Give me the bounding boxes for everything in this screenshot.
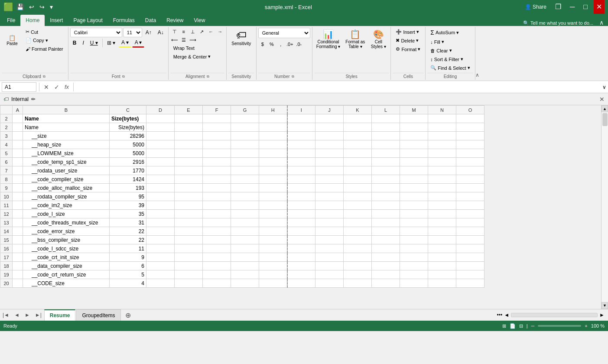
col-header-d[interactable]: D	[146, 106, 175, 114]
font-size-select[interactable]: 11	[123, 28, 142, 37]
zoom-slider[interactable]	[538, 325, 581, 327]
cell-h20[interactable]	[259, 279, 287, 288]
cell-e7[interactable]	[175, 166, 203, 175]
scroll-down-button[interactable]: ▼	[601, 302, 608, 309]
cell-h19[interactable]	[259, 270, 287, 279]
confirm-formula-button[interactable]: ✓	[52, 84, 61, 91]
font-shrink-button[interactable]: A↓	[155, 28, 166, 37]
cell-b2[interactable]: Name	[23, 114, 110, 123]
cell-b5[interactable]: __LOWMEM_size	[23, 149, 110, 158]
cell-e15[interactable]	[175, 236, 203, 244]
share-button[interactable]: 👤 Share	[522, 0, 549, 14]
cell-n12[interactable]	[428, 210, 456, 218]
cell-d18[interactable]	[146, 262, 175, 270]
cell-l12[interactable]	[372, 210, 400, 218]
cell-m17[interactable]	[400, 253, 428, 262]
cell-k7[interactable]	[344, 166, 372, 175]
cell-f15[interactable]	[203, 236, 231, 244]
cell-n16[interactable]	[428, 244, 456, 253]
align-left-button[interactable]: ⟵	[170, 36, 179, 44]
cell-i20[interactable]	[287, 279, 315, 288]
cell-g6[interactable]	[231, 158, 259, 166]
cell-h11[interactable]	[259, 201, 287, 210]
zoom-in-button[interactable]: +	[585, 323, 587, 328]
cell-c18[interactable]: 6	[110, 262, 146, 270]
cell-e2[interactable]	[175, 123, 203, 132]
page-break-view-icon[interactable]: ⊟	[519, 323, 523, 329]
row-header-19[interactable]: 19	[0, 270, 13, 279]
cell-i11[interactable]	[287, 201, 315, 210]
cell-o10[interactable]	[456, 192, 484, 201]
cell-g16[interactable]	[231, 244, 259, 253]
cell-c19[interactable]: 5	[110, 270, 146, 279]
cell-c9[interactable]: 193	[110, 184, 146, 192]
cell-f11[interactable]	[203, 201, 231, 210]
cell-h5[interactable]	[259, 149, 287, 158]
format-button[interactable]: ⚙ Format ▾	[393, 45, 423, 53]
scroll-thumb[interactable]	[602, 113, 608, 126]
cell-g18[interactable]	[231, 262, 259, 270]
cell-l9[interactable]	[372, 184, 400, 192]
cell-b11[interactable]: __code_im2_size	[23, 201, 110, 210]
cell-i13[interactable]	[287, 218, 315, 227]
cell-c14[interactable]: 22	[110, 227, 146, 236]
cell-f6[interactable]	[203, 158, 231, 166]
cell-g2[interactable]	[231, 114, 259, 123]
cell-c12[interactable]: 35	[110, 210, 146, 218]
cell-n15[interactable]	[428, 236, 456, 244]
row-header-9[interactable]: 9	[0, 184, 13, 192]
cell-a7[interactable]	[13, 166, 23, 175]
cell-c2[interactable]: Size(bytes)	[110, 114, 146, 123]
cell-o3[interactable]	[456, 132, 484, 140]
paste-button[interactable]: 📋 Paste	[2, 28, 23, 53]
cell-a14[interactable]	[13, 227, 23, 236]
cell-h14[interactable]	[259, 227, 287, 236]
cell-h6[interactable]	[259, 158, 287, 166]
tell-me-button[interactable]: 🔍 Tell me what you want to do...	[520, 20, 597, 26]
cell-j8[interactable]	[315, 175, 344, 184]
ribbon-expand-icon[interactable]: ∧	[597, 19, 606, 26]
cell-o13[interactable]	[456, 218, 484, 227]
cell-g19[interactable]	[231, 270, 259, 279]
cell-g3[interactable]	[231, 132, 259, 140]
cell-g17[interactable]	[231, 253, 259, 262]
cell-n11[interactable]	[428, 201, 456, 210]
copy-button[interactable]: 📄 Copy ▾	[23, 36, 66, 45]
cell-d6[interactable]	[146, 158, 175, 166]
cell-a6[interactable]	[13, 158, 23, 166]
cell-g9[interactable]	[231, 184, 259, 192]
cell-o14[interactable]	[456, 227, 484, 236]
cell-b13[interactable]: __code_threads_mutex_size	[23, 218, 110, 227]
cell-d17[interactable]	[146, 253, 175, 262]
cell-e18[interactable]	[175, 262, 203, 270]
cell-o8[interactable]	[456, 175, 484, 184]
cell-h7[interactable]	[259, 166, 287, 175]
wrap-text-button[interactable]: Wrap Text	[170, 44, 198, 52]
underline-button[interactable]: U ▾	[88, 38, 101, 48]
cell-d2[interactable]	[146, 123, 175, 132]
row-header-8[interactable]: 8	[0, 175, 13, 184]
cell-o18[interactable]	[456, 262, 484, 270]
cell-i9[interactable]	[287, 184, 315, 192]
row-header-11[interactable]: 11	[0, 201, 13, 210]
row-header-16[interactable]: 16	[0, 244, 13, 253]
cell-b10[interactable]: __rodata_compiler_size	[23, 192, 110, 201]
cell-o5[interactable]	[456, 149, 484, 158]
page-layout-view-icon[interactable]: 📄	[510, 323, 516, 329]
cell-b17[interactable]: __code_crt_init_size	[23, 253, 110, 262]
indent-dec-button[interactable]: ←	[207, 28, 215, 36]
cell-l7[interactable]	[372, 166, 400, 175]
h-scroll-right[interactable]: ►	[599, 312, 605, 318]
cell-c8[interactable]: 1424	[110, 175, 146, 184]
cell-j14[interactable]	[315, 227, 344, 236]
cell-m12[interactable]	[400, 210, 428, 218]
col-header-l[interactable]: L	[372, 106, 400, 114]
cell-g4[interactable]	[231, 140, 259, 149]
cell-a17[interactable]	[13, 253, 23, 262]
cell-d19[interactable]	[146, 270, 175, 279]
cell-f5[interactable]	[203, 149, 231, 158]
tab-file[interactable]: File	[2, 15, 20, 26]
cell-h17[interactable]	[259, 253, 287, 262]
cell-k2[interactable]	[344, 114, 372, 123]
sensitivity-button[interactable]: 🏷 Sensitivity	[228, 28, 254, 47]
